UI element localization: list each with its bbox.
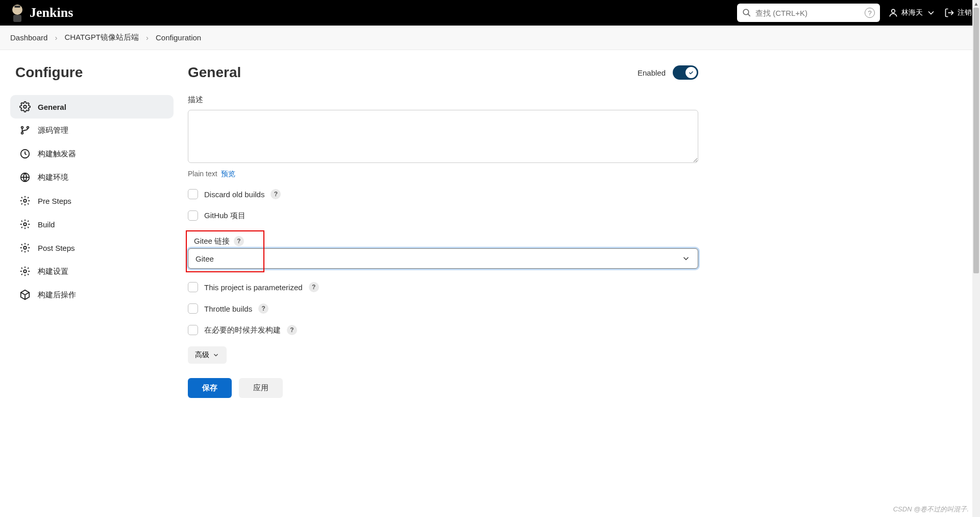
- sidebar-item-post-steps[interactable]: Post Steps: [10, 236, 174, 260]
- svg-point-3: [743, 9, 749, 15]
- branch-icon: [19, 125, 31, 136]
- clock-icon: [19, 148, 31, 159]
- breadcrumb-item[interactable]: Dashboard: [10, 33, 47, 42]
- sidebar-title: Configure: [10, 64, 174, 81]
- breadcrumb-item[interactable]: CHATGPT镜像站后端: [64, 33, 139, 42]
- chevron-down-icon: [681, 254, 691, 263]
- gitee-link-block: Gitee 链接 ? Gitee: [188, 232, 698, 269]
- description-format: Plain text: [188, 170, 217, 178]
- search-help-icon[interactable]: ?: [865, 8, 875, 18]
- svg-rect-2: [14, 6, 20, 8]
- gear-icon: [19, 195, 31, 206]
- sidebar-item-label: Build: [38, 220, 55, 229]
- help-icon[interactable]: ?: [309, 282, 319, 292]
- help-icon[interactable]: ?: [271, 189, 281, 199]
- logout-button[interactable]: 注销: [944, 8, 972, 18]
- jenkins-mascot-icon: [8, 3, 27, 23]
- gitee-link-label: Gitee 链接: [194, 237, 230, 246]
- sidebar-item-scm[interactable]: 源码管理: [10, 119, 174, 142]
- svg-point-17: [23, 270, 27, 273]
- sidebar-item-label: 构建后操作: [38, 290, 76, 300]
- advanced-label: 高级: [195, 350, 209, 360]
- gitee-select[interactable]: Gitee: [188, 248, 698, 269]
- option-concurrent-builds[interactable]: 在必要的时候并发构建 ?: [188, 325, 698, 335]
- gitee-select-value: Gitee: [195, 254, 214, 263]
- svg-point-8: [21, 127, 23, 129]
- help-icon[interactable]: ?: [234, 236, 244, 246]
- enabled-label: Enabled: [638, 68, 666, 77]
- logo[interactable]: Jenkins: [8, 3, 73, 23]
- option-throttle-builds[interactable]: Throttle builds ?: [188, 303, 698, 314]
- gear-icon: [19, 219, 31, 230]
- sidebar-item-build[interactable]: Build: [10, 213, 174, 236]
- svg-rect-1: [13, 15, 21, 22]
- svg-point-15: [23, 223, 27, 226]
- svg-point-5: [892, 9, 895, 13]
- gear-icon: [19, 101, 31, 112]
- sidebar-item-label: 源码管理: [38, 126, 68, 135]
- toggle-knob: [685, 67, 697, 78]
- search-wrap: ?: [737, 4, 880, 22]
- sidebar-item-triggers[interactable]: 构建触发器: [10, 142, 174, 166]
- sidebar-item-general[interactable]: General: [10, 95, 174, 119]
- checkbox-label: This project is parameterized: [204, 283, 303, 292]
- svg-point-9: [27, 127, 29, 129]
- sidebar-item-build-settings[interactable]: 构建设置: [10, 260, 174, 283]
- gear-icon: [19, 242, 31, 253]
- svg-point-7: [23, 105, 27, 108]
- chevron-right-icon: ›: [55, 33, 57, 42]
- apply-button[interactable]: 应用: [239, 378, 283, 398]
- option-parameterized[interactable]: This project is parameterized ?: [188, 282, 698, 292]
- checkbox-label: Discard old builds: [204, 190, 264, 199]
- checkbox-label: Throttle builds: [204, 304, 252, 313]
- user-icon: [888, 8, 898, 18]
- sidebar-item-label: General: [38, 103, 66, 111]
- option-github-project[interactable]: GitHub 项目: [188, 210, 698, 221]
- package-icon: [19, 289, 31, 300]
- check-icon: [688, 69, 694, 76]
- sidebar: Configure General 源码管理 构建触发器 构建环境 Pre St…: [10, 64, 174, 408]
- search-input[interactable]: [737, 4, 880, 22]
- checkbox-label: GitHub 项目: [204, 211, 246, 221]
- sidebar-item-label: 构建触发器: [38, 149, 76, 159]
- checkbox[interactable]: [188, 282, 198, 292]
- breadcrumb: Dashboard › CHATGPT镜像站后端 › Configuration: [0, 26, 980, 50]
- description-label: 描述: [188, 95, 698, 105]
- user-menu[interactable]: 林海天: [888, 8, 936, 18]
- vertical-scrollbar[interactable]: ▲: [972, 0, 980, 408]
- scroll-up-icon[interactable]: ▲: [972, 0, 980, 8]
- logout-icon: [944, 8, 954, 18]
- topbar: Jenkins ? 林海天 注销: [0, 0, 980, 26]
- option-discard-old-builds[interactable]: Discard old builds ?: [188, 189, 698, 199]
- help-icon[interactable]: ?: [258, 303, 268, 314]
- checkbox[interactable]: [188, 210, 198, 221]
- scrollbar-thumb[interactable]: [973, 8, 979, 273]
- svg-point-14: [23, 199, 27, 202]
- checkbox[interactable]: [188, 303, 198, 314]
- globe-icon: [19, 172, 31, 183]
- sidebar-item-label: 构建设置: [38, 267, 68, 276]
- svg-point-10: [21, 132, 23, 134]
- sidebar-item-label: Post Steps: [38, 244, 75, 252]
- chevron-down-icon: [212, 351, 219, 359]
- search-icon: [742, 8, 751, 17]
- sidebar-item-post-build[interactable]: 构建后操作: [10, 283, 174, 307]
- checkbox-label: 在必要的时候并发构建: [204, 325, 281, 335]
- advanced-button[interactable]: 高级: [188, 346, 227, 364]
- checkbox[interactable]: [188, 189, 198, 199]
- sidebar-item-environment[interactable]: 构建环境: [10, 166, 174, 189]
- main-content: General Enabled 描述 Plain text 预览 Discard…: [188, 64, 698, 408]
- sidebar-item-pre-steps[interactable]: Pre Steps: [10, 189, 174, 213]
- checkbox[interactable]: [188, 325, 198, 335]
- svg-line-4: [748, 14, 750, 16]
- chevron-right-icon: ›: [146, 33, 149, 42]
- enabled-toggle[interactable]: [673, 65, 698, 80]
- page-title: General: [188, 64, 241, 81]
- description-input[interactable]: [188, 110, 698, 163]
- svg-point-16: [23, 246, 27, 249]
- user-name: 林海天: [901, 8, 923, 17]
- save-button[interactable]: 保存: [188, 378, 232, 398]
- help-icon[interactable]: ?: [287, 325, 297, 335]
- breadcrumb-item[interactable]: Configuration: [156, 33, 201, 42]
- preview-link[interactable]: 预览: [221, 170, 235, 178]
